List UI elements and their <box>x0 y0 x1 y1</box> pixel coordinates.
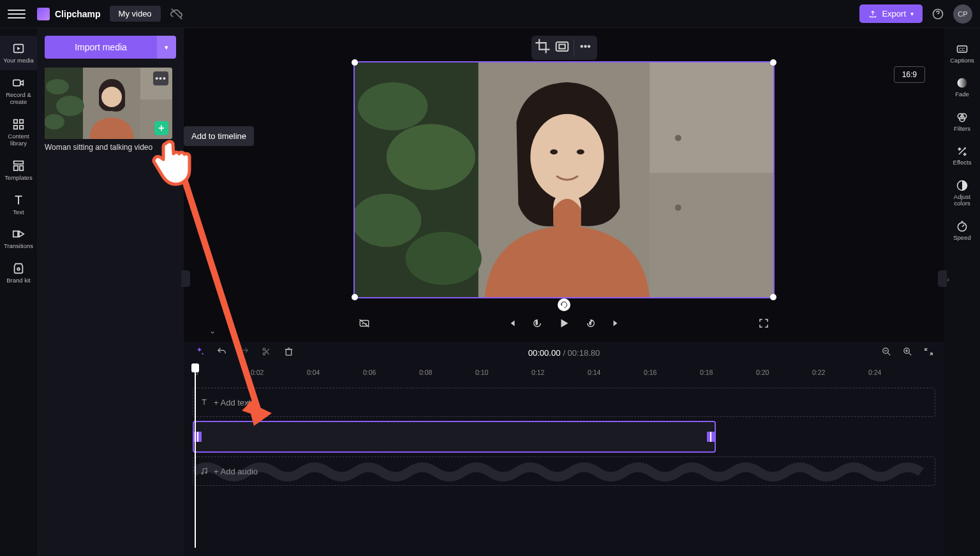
rightbar-item-filters[interactable]: Filters <box>944 105 980 138</box>
forward-icon[interactable]: 5 <box>585 318 597 332</box>
rightbar-item-speed[interactable]: Speed <box>944 214 980 247</box>
zoom-out-icon[interactable] <box>881 346 892 360</box>
sync-off-icon[interactable] <box>170 7 184 21</box>
rightbar-item-adjust-colors[interactable]: Adjust colors <box>944 173 980 213</box>
ruler-tick: 0:06 <box>363 369 376 376</box>
add-to-timeline-button[interactable]: + <box>154 121 168 135</box>
ruler-tick: 0:08 <box>419 369 432 376</box>
svg-rect-52 <box>286 349 292 355</box>
resize-handle-icon[interactable] <box>770 294 776 300</box>
svg-rect-4 <box>14 119 18 123</box>
prev-frame-icon[interactable] <box>506 318 517 332</box>
tooltip: Add to timeline <box>184 126 254 146</box>
svg-point-28 <box>355 194 421 247</box>
sidebar-item-text[interactable]: Text <box>0 187 37 222</box>
media-thumbnail[interactable]: ••• + <box>45 68 172 139</box>
rightbar-item-fade[interactable]: Fade <box>944 71 980 103</box>
sidebar-item-record-create[interactable]: Record & create <box>0 70 37 112</box>
sidebar-item-content-library[interactable]: Content library <box>0 112 37 153</box>
expand-right-panel-icon[interactable]: › <box>947 275 949 283</box>
svg-point-33 <box>675 205 681 211</box>
text-track[interactable]: + Add text <box>193 388 935 417</box>
export-label: Export <box>882 9 906 18</box>
svg-rect-5 <box>20 119 24 123</box>
crop-icon[interactable] <box>534 38 552 55</box>
ruler-tick: 0:22 <box>812 369 825 376</box>
video-clip[interactable] <box>193 421 716 453</box>
svg-rect-10 <box>20 166 24 170</box>
audio-track[interactable]: + Add audio <box>193 457 935 486</box>
canvas-toolbar: ••• <box>531 36 597 60</box>
zoom-in-icon[interactable] <box>902 346 913 360</box>
thumbnail-more-icon[interactable]: ••• <box>153 71 168 85</box>
svg-point-29 <box>406 232 482 285</box>
rightbar-item-captions[interactable]: CC Captions <box>944 37 980 70</box>
rewind-icon[interactable]: 5 <box>531 318 543 332</box>
canvas-more-icon[interactable]: ••• <box>577 38 595 55</box>
ruler-tick: 0:16 <box>644 369 657 376</box>
sidebar-item-templates[interactable]: Templates <box>0 153 37 187</box>
svg-point-35 <box>550 149 558 154</box>
auto-enhance-icon[interactable] <box>194 346 205 360</box>
aspect-ratio-button[interactable]: 16:9 <box>894 66 925 83</box>
split-icon[interactable] <box>261 346 272 360</box>
logo-text: Clipchamp <box>55 9 101 19</box>
export-button[interactable]: Export ▾ <box>859 4 923 23</box>
ruler-tick: 0:04 <box>307 369 320 376</box>
chevron-down-icon: ▾ <box>910 10 914 17</box>
svg-point-50 <box>263 348 265 351</box>
resize-handle-icon[interactable] <box>352 294 358 300</box>
svg-rect-8 <box>14 161 24 164</box>
svg-point-26 <box>358 82 427 131</box>
import-media-dropdown[interactable]: ▾ <box>157 36 176 59</box>
fit-icon[interactable] <box>553 38 571 55</box>
next-frame-icon[interactable] <box>611 318 622 332</box>
ruler-tick: 0:14 <box>588 369 600 376</box>
rotate-handle-icon[interactable] <box>558 298 570 311</box>
menu-icon[interactable] <box>8 5 26 23</box>
sidebar-item-transitions[interactable]: Transitions <box>0 221 37 256</box>
svg-point-32 <box>675 135 681 141</box>
svg-text:5: 5 <box>536 321 538 325</box>
logo[interactable]: Clipchamp <box>37 8 101 20</box>
ruler-tick: 0:10 <box>475 369 488 376</box>
svg-rect-3 <box>13 80 20 85</box>
fullscreen-icon[interactable] <box>758 318 769 332</box>
undo-icon[interactable] <box>216 346 227 360</box>
svg-point-44 <box>958 78 967 88</box>
resize-handle-icon[interactable] <box>352 59 358 66</box>
svg-rect-22 <box>556 42 568 51</box>
timecode: 00:00.00 / 00:18.80 <box>528 348 600 358</box>
svg-rect-31 <box>650 173 773 297</box>
svg-rect-9 <box>14 166 18 170</box>
clip-right-handle[interactable] <box>707 432 715 442</box>
captions-preview-icon[interactable] <box>359 318 370 332</box>
text-icon <box>200 398 209 407</box>
help-icon[interactable] <box>932 8 944 20</box>
timeline-ruler[interactable]: 00:020:040:060:080:100:120:140:160:180:2… <box>184 363 944 383</box>
import-media-button[interactable]: Import media <box>45 36 157 59</box>
playhead[interactable] <box>195 365 196 548</box>
play-button[interactable] <box>557 316 571 333</box>
svg-point-17 <box>45 114 64 129</box>
avatar[interactable]: CP <box>953 4 972 24</box>
redo-icon[interactable] <box>239 346 249 360</box>
sidebar-item-brand-kit[interactable]: Brand kit <box>0 256 37 290</box>
svg-text:5: 5 <box>590 321 591 325</box>
logo-mark <box>37 8 50 20</box>
project-name[interactable]: My video <box>110 6 161 22</box>
svg-point-51 <box>263 353 265 355</box>
rightbar-item-effects[interactable]: Effects <box>944 139 980 172</box>
preview-canvas[interactable] <box>353 61 775 298</box>
sidebar-item-your-media[interactable]: Your media <box>0 36 37 70</box>
zoom-fit-icon[interactable] <box>923 346 934 360</box>
delete-icon[interactable] <box>283 346 294 360</box>
resize-handle-icon[interactable] <box>770 59 776 66</box>
ruler-tick: 0:02 <box>251 369 264 376</box>
svg-point-16 <box>56 96 84 116</box>
svg-text:CC: CC <box>959 47 965 52</box>
preview-image <box>355 62 773 297</box>
svg-point-21 <box>101 87 122 107</box>
collapse-stage-icon[interactable]: ⌄ <box>209 326 216 335</box>
svg-point-12 <box>17 268 20 270</box>
